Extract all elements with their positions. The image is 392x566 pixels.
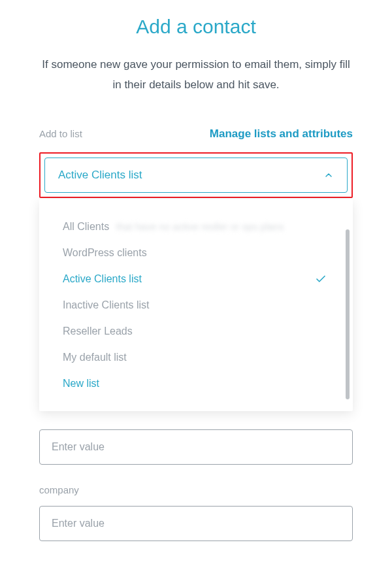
highlight-annotation: Active Clients list [39, 152, 353, 198]
form-section: Add to list Manage lists and attributes … [39, 127, 353, 541]
list-dropdown: All Clients that have no active resller … [39, 199, 353, 411]
list-option-label: All Clients [63, 221, 109, 232]
new-list-option[interactable]: New list [63, 371, 327, 397]
new-list-label: New list [63, 378, 99, 390]
list-option-blurred-suffix: that have no active resller or ops plans [116, 221, 284, 232]
chevron-up-icon [323, 170, 334, 180]
scrollbar[interactable] [346, 229, 350, 399]
list-option-reseller-leads[interactable]: Reseller Leads [63, 318, 327, 344]
company-input[interactable] [39, 506, 353, 541]
list-label-row: Add to list Manage lists and attributes [39, 127, 353, 141]
selected-list-text: Active Clients list [58, 169, 142, 182]
list-option-label: Inactive Clients list [63, 299, 150, 311]
list-option-label: Active Clients list [63, 273, 142, 285]
manage-lists-link[interactable]: Manage lists and attributes [210, 127, 353, 141]
value-input-1[interactable] [39, 429, 353, 465]
list-option-label: WordPress clients [63, 247, 147, 259]
list-option-wordpress-clients[interactable]: WordPress clients [63, 240, 327, 266]
check-icon [315, 273, 327, 285]
list-option-active-clients[interactable]: Active Clients list [63, 266, 327, 292]
list-option-all-clients[interactable]: All Clients that have no active resller … [63, 214, 327, 240]
list-select-trigger[interactable]: Active Clients list [44, 158, 348, 193]
company-label: company [39, 484, 353, 495]
list-option-my-default[interactable]: My default list [63, 344, 327, 371]
page-title: Add a contact [20, 16, 372, 38]
list-option-inactive-clients[interactable]: Inactive Clients list [63, 292, 327, 318]
page-description: If someone new gave your permission to e… [39, 55, 353, 95]
add-to-list-label: Add to list [39, 128, 82, 139]
list-option-label: My default list [63, 352, 127, 363]
list-option-label: Reseller Leads [63, 325, 133, 337]
